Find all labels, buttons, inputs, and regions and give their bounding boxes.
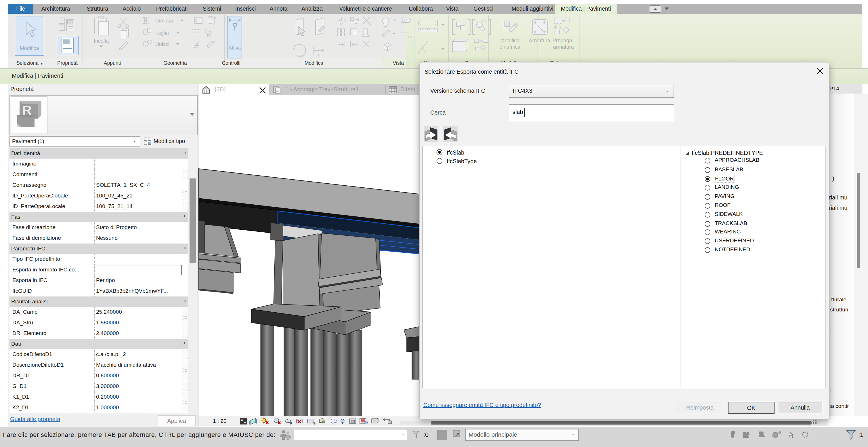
- svg-text:Armatura: Armatura: [529, 38, 551, 43]
- svg-text:armatura: armatura: [553, 44, 574, 50]
- svg-text:Modifica: Modifica: [20, 46, 39, 51]
- svg-text:Propaga: Propaga: [553, 38, 572, 43]
- svg-text:R: R: [23, 103, 32, 117]
- svg-text:Modifica: Modifica: [500, 38, 520, 43]
- svg-text:Unisci: Unisci: [155, 41, 169, 47]
- svg-text:Taglia: Taglia: [155, 30, 169, 36]
- svg-text:Cimasa: Cimasa: [155, 18, 173, 24]
- svg-text:Attiva: Attiva: [229, 45, 241, 51]
- svg-text:dinamica: dinamica: [500, 44, 521, 50]
- svg-text:9: 9: [313, 421, 315, 425]
- svg-text:9: 9: [290, 421, 291, 425]
- svg-text:Incolla: Incolla: [94, 38, 109, 44]
